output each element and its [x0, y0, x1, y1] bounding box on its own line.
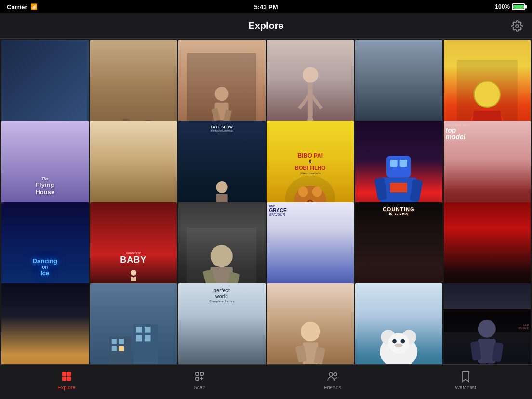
tab-bar: Explore Scan Friends	[0, 364, 532, 399]
time-label: 5:43 PM	[254, 3, 278, 11]
friends-tab-label: Friends	[324, 385, 342, 390]
tab-explore[interactable]: Explore	[0, 370, 133, 394]
svg-point-33	[211, 245, 233, 267]
svg-rect-42	[111, 346, 116, 351]
svg-point-58	[388, 333, 409, 354]
settings-button[interactable]	[510, 19, 524, 33]
scan-tab-label: Scan	[193, 385, 205, 390]
tab-friends[interactable]: Friends	[266, 370, 399, 394]
battery-fill	[513, 5, 524, 9]
svg-rect-24	[386, 156, 411, 177]
svg-point-59	[392, 339, 397, 344]
svg-point-60	[401, 339, 405, 344]
list-item[interactable]	[355, 283, 442, 364]
list-item[interactable]	[90, 283, 177, 364]
svg-rect-73	[200, 372, 203, 375]
svg-rect-46	[136, 335, 142, 341]
watchlist-tab-label: Watchlist	[455, 385, 476, 390]
gear-icon	[511, 20, 523, 32]
svg-rect-40	[111, 339, 116, 344]
svg-rect-26	[400, 160, 407, 167]
svg-point-19	[298, 187, 308, 197]
list-item[interactable]	[267, 283, 354, 364]
svg-point-20	[312, 187, 322, 197]
svg-point-14	[474, 81, 500, 107]
svg-rect-41	[119, 339, 123, 344]
svg-point-4	[215, 87, 229, 101]
svg-point-61	[395, 343, 403, 347]
status-left: Carrier 📶	[7, 3, 38, 11]
svg-point-32	[131, 270, 136, 276]
friends-icon	[326, 370, 339, 383]
content-grid: nip/tuck FX The Flying House Beautiful L…	[0, 39, 532, 364]
status-bar: Carrier 📶 5:43 PM 100%	[0, 0, 532, 13]
svg-point-77	[329, 372, 333, 376]
wifi-icon: 📶	[30, 3, 38, 10]
list-item[interactable]: perfect world Complete Series	[178, 283, 266, 364]
tab-watchlist[interactable]: Watchlist	[399, 370, 532, 394]
list-item[interactable]	[444, 283, 531, 364]
svg-point-78	[334, 373, 337, 376]
svg-point-8	[303, 67, 318, 82]
svg-rect-25	[390, 160, 398, 167]
svg-rect-43	[119, 346, 123, 351]
svg-rect-74	[196, 377, 199, 380]
svg-point-49	[300, 322, 320, 342]
scan-icon	[193, 370, 206, 383]
svg-point-0	[516, 25, 519, 27]
header: Explore	[0, 13, 532, 39]
svg-rect-71	[67, 377, 71, 381]
tab-scan[interactable]: Scan	[133, 370, 266, 394]
watchlist-icon	[459, 370, 472, 383]
explore-icon	[60, 370, 73, 383]
svg-rect-44	[136, 327, 142, 333]
svg-rect-68	[62, 372, 66, 376]
svg-rect-70	[62, 377, 66, 381]
battery-percent: 100%	[495, 3, 510, 10]
svg-rect-45	[144, 327, 150, 333]
svg-rect-47	[144, 335, 150, 341]
svg-point-62	[478, 320, 496, 338]
carrier-label: Carrier	[7, 3, 27, 11]
svg-rect-72	[196, 372, 199, 375]
list-item[interactable]: TRAINING DAY	[1, 283, 89, 364]
status-right: 100%	[495, 3, 525, 10]
svg-rect-69	[67, 372, 71, 376]
page-title: Explore	[248, 20, 283, 31]
explore-tab-label: Explore	[57, 385, 75, 390]
battery-icon	[512, 3, 525, 10]
svg-point-16	[216, 181, 227, 193]
